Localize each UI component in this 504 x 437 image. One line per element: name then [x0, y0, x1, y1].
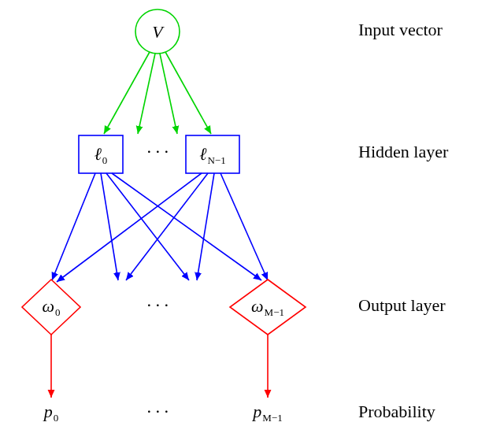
output-node-0: ω0	[22, 280, 80, 335]
svg-line-6	[106, 173, 189, 280]
hidden-node-0-label: ℓ0	[94, 144, 108, 166]
label-output: Output layer	[358, 295, 446, 315]
edges-output-to-prob	[51, 335, 268, 398]
svg-line-9	[126, 173, 208, 280]
label-hidden: Hidden layer	[358, 142, 449, 161]
prob-0: p0	[43, 402, 59, 424]
input-node-label: V	[152, 22, 165, 42]
svg-line-1	[138, 54, 155, 134]
svg-text:ω0: ω0	[42, 296, 60, 318]
hidden-dots: · · ·	[146, 142, 169, 161]
output-dots: · · ·	[146, 295, 169, 315]
hidden-node-N-1-label: ℓN−1	[199, 144, 225, 166]
svg-line-4	[52, 173, 95, 280]
output-node-M-1: ωM−1	[230, 280, 306, 335]
svg-line-10	[197, 173, 214, 280]
svg-line-2	[160, 54, 177, 134]
edges-hidden-to-output	[52, 173, 268, 282]
prob-dots: · · ·	[146, 402, 169, 421]
svg-text:ωM−1: ωM−1	[251, 296, 284, 318]
svg-line-7	[112, 173, 261, 280]
label-input: Input vector	[358, 20, 443, 39]
svg-line-5	[101, 173, 118, 280]
label-prob: Probability	[358, 402, 435, 421]
svg-line-0	[104, 52, 150, 134]
edges-input-to-hidden	[104, 52, 211, 134]
prob-M-1: pM−1	[251, 402, 282, 424]
nn-diagram: Input vector Hidden layer Output layer P…	[0, 0, 504, 437]
svg-line-3	[165, 52, 211, 134]
svg-line-8	[57, 173, 202, 282]
svg-line-11	[220, 173, 268, 280]
